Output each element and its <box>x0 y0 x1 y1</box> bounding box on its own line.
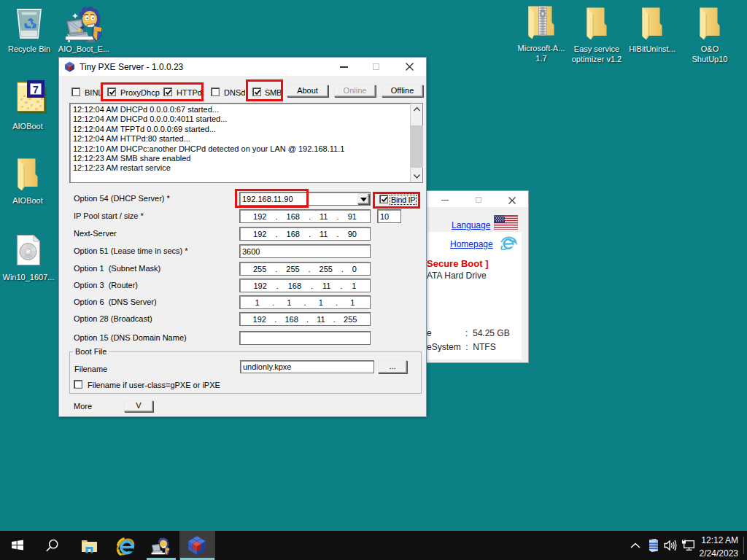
svg-text:7: 7 <box>33 84 39 96</box>
